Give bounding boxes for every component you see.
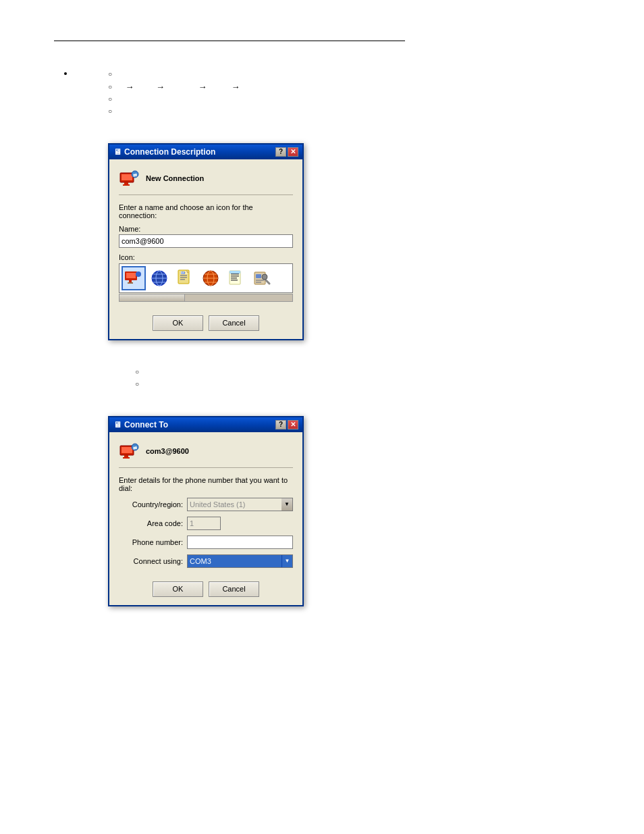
bullet-section-1: → → → → — [54, 68, 590, 116]
connect-titlebar-buttons[interactable]: ? ✕ — [275, 420, 298, 429]
cancel-button-connection[interactable]: Cancel — [209, 315, 259, 331]
country-value: United States (1) — [188, 500, 281, 509]
svg-point-10 — [136, 271, 141, 277]
sub-item-2: → → → → — [108, 82, 590, 92]
phone-number-label: Phone number: — [119, 538, 183, 546]
svg-rect-7 — [126, 273, 136, 278]
dialog-subtitle-text: New Connection — [146, 174, 204, 182]
connect-close-button[interactable]: ✕ — [288, 420, 298, 429]
ok-button-connect[interactable]: OK — [153, 581, 203, 597]
connection-description-dialog-container: 🖥 Connection Description ? ✕ — [108, 143, 304, 340]
sub-item-4 — [108, 107, 590, 116]
phone-number-input[interactable] — [187, 536, 293, 549]
connect-dialog-body: ⇄ com3@9600 Enter details for the phone … — [109, 432, 302, 605]
page-content: → → → → — [0, 0, 644, 660]
svg-rect-2 — [124, 182, 128, 184]
country-select[interactable]: United States (1) ▼ — [187, 498, 293, 511]
icon-item-3[interactable]: MCI — [173, 266, 197, 290]
svg-text:⇄: ⇄ — [133, 446, 137, 450]
area-code-input[interactable] — [187, 517, 221, 530]
dialog-body-connection: ⇄ New Connection Enter a name and choose… — [109, 159, 302, 339]
country-label: Country/region: — [119, 500, 183, 509]
icon-label: Icon: — [119, 253, 293, 261]
connect-using-value: COM3 — [188, 557, 281, 565]
step-3 — [170, 82, 192, 91]
main-bullet-item: → → → → — [74, 68, 590, 116]
sub-item-3-text — [117, 95, 119, 104]
svg-rect-18 — [180, 275, 187, 276]
name-form-row: Name: — [119, 225, 293, 248]
phone-icon: ⇄ — [119, 440, 140, 462]
phone-number-row: Phone number: — [119, 536, 293, 549]
country-dropdown-arrow[interactable]: ▼ — [281, 498, 292, 511]
step-4 — [212, 82, 225, 91]
sub-item-6-text — [144, 380, 146, 389]
svg-point-38 — [262, 274, 267, 280]
svg-rect-20 — [180, 279, 185, 280]
icon-form-row: Icon: — [119, 253, 293, 302]
arrow-2: → — [156, 82, 165, 92]
svg-rect-33 — [230, 271, 240, 273]
bullet-section-2 — [54, 367, 590, 389]
help-button[interactable]: ? — [275, 147, 286, 157]
country-row: Country/region: United States (1) ▼ — [119, 498, 293, 511]
sub-item-3 — [108, 95, 590, 104]
connect-help-button[interactable]: ? — [275, 420, 286, 429]
area-code-row: Area code: — [119, 517, 293, 530]
icon-item-5[interactable] — [224, 266, 248, 290]
svg-rect-8 — [129, 280, 132, 282]
sub-bullet-list-2 — [135, 367, 590, 389]
connect-to-dialog-container: 🖥 Connect To ? ✕ — [108, 416, 304, 606]
main-bullet-list: → → → → — [74, 68, 590, 116]
icon-item-2[interactable] — [147, 266, 171, 290]
svg-rect-19 — [180, 277, 187, 278]
sub-item-4-text — [117, 107, 119, 116]
dialog-titlebar-connection: 🖥 Connection Description ? ✕ — [109, 145, 302, 159]
connect-using-dropdown-arrow[interactable]: ▼ — [281, 555, 292, 567]
ok-button-connection[interactable]: OK — [153, 315, 203, 331]
sub-bullet-list: → → → → — [108, 70, 590, 116]
dialog-titlebar-connect: 🖥 Connect To ? ✕ — [109, 417, 302, 432]
sub-item-5-text — [144, 367, 146, 377]
connect-using-label: Connect using: — [119, 557, 183, 565]
name-label: Name: — [119, 225, 293, 233]
svg-rect-40 — [122, 447, 132, 453]
sub-item-6 — [135, 380, 590, 389]
svg-rect-3 — [123, 184, 130, 186]
area-code-label: Area code: — [119, 519, 183, 527]
sub-item-1-text — [117, 70, 119, 79]
connect-prompt-text: Enter details for the phone number that … — [119, 476, 293, 492]
dialog-footer-connection: OK Cancel — [119, 310, 293, 331]
sub-item-5 — [135, 367, 590, 377]
svg-rect-1 — [122, 174, 132, 180]
connect-to-dialog: 🖥 Connect To ? ✕ — [108, 416, 304, 606]
icon-item-1[interactable] — [122, 266, 146, 290]
arrow-1: → — [125, 82, 134, 92]
top-divider — [54, 41, 405, 41]
svg-text:MCI: MCI — [181, 271, 188, 275]
icon-item-4[interactable] — [198, 266, 223, 290]
name-input[interactable] — [119, 234, 293, 248]
svg-rect-9 — [128, 282, 133, 284]
svg-rect-29 — [231, 273, 239, 275]
svg-rect-35 — [256, 274, 261, 278]
sub-item-1 — [108, 70, 590, 79]
dialog-header: ⇄ New Connection — [119, 167, 293, 195]
icon-row: MCI — [119, 263, 293, 293]
titlebar-left: 🖥 Connection Description — [113, 147, 215, 157]
icon-item-6[interactable] — [250, 266, 274, 290]
svg-rect-30 — [231, 276, 239, 277]
dialog-title-text: Connection Description — [124, 147, 215, 157]
close-button[interactable]: ✕ — [288, 147, 298, 157]
arrow-4: → — [231, 82, 240, 92]
connect-using-select[interactable]: COM3 ▼ — [187, 554, 293, 568]
icon-scrollbar[interactable] — [119, 294, 293, 302]
connection-description-dialog: 🖥 Connection Description ? ✕ — [108, 143, 304, 340]
cancel-button-connect[interactable]: Cancel — [209, 581, 259, 597]
connect-titlebar-icon: 🖥 — [113, 420, 122, 429]
step-2 — [139, 82, 151, 91]
titlebar-buttons[interactable]: ? ✕ — [275, 147, 298, 157]
connect-dialog-title-text: Connect To — [124, 420, 168, 429]
connect-dialog-header: ⇄ com3@9600 — [119, 440, 293, 468]
svg-rect-32 — [231, 280, 238, 281]
